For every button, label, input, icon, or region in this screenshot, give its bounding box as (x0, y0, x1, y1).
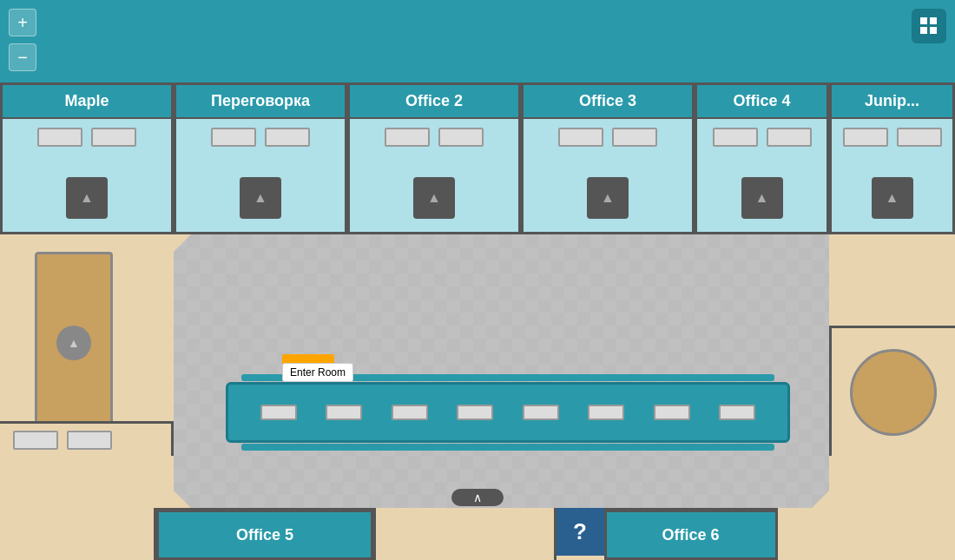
monitor (91, 128, 136, 147)
monitor (558, 128, 603, 147)
monitor (767, 128, 812, 147)
floor-area: ▲ Enter Room (0, 234, 955, 508)
table-monitor (326, 405, 362, 420)
rooms-top-row: Maple Переговорка Office 2 (0, 82, 955, 234)
table-monitor (588, 405, 624, 420)
cabinet-detail: ▲ (68, 336, 80, 350)
monitor (713, 128, 758, 147)
bottom-left-spacer (0, 508, 156, 560)
zoom-out-button[interactable]: − (9, 43, 36, 71)
monitor (843, 128, 888, 147)
office3-monitors (550, 128, 666, 147)
room-juniper[interactable]: Junip... (829, 82, 955, 234)
printer (872, 177, 913, 219)
table-monitor (523, 405, 559, 420)
printer (587, 177, 629, 219)
table-monitor (654, 405, 690, 420)
room-office2-label: Office 2 (350, 85, 518, 119)
maple-monitors (29, 128, 145, 147)
room-office3[interactable]: Office 3 (521, 82, 695, 234)
juniper-monitors (834, 128, 951, 147)
monitor (13, 431, 58, 450)
expand-icon (920, 17, 938, 35)
cabinet-icon: ▲ (56, 326, 91, 360)
expand-button[interactable] (912, 9, 946, 43)
round-table (850, 349, 937, 436)
room-office4-label: Office 4 (697, 85, 827, 119)
monitor (612, 128, 657, 147)
table-monitor (260, 405, 297, 420)
enter-room-button[interactable]: Enter Room (282, 363, 353, 382)
conference-table (226, 382, 790, 443)
room-office3-label: Office 3 (524, 85, 692, 119)
room-office6-label: Office 6 (607, 511, 775, 557)
monitor (897, 128, 942, 147)
cabinet: ▲ (35, 252, 113, 434)
room-juniper-label: Junip... (832, 85, 952, 119)
monitor (385, 128, 430, 147)
monitor (438, 128, 484, 147)
office2-monitors (376, 128, 492, 147)
printer (741, 177, 783, 219)
rooms-bottom-row: Office 5 ? Office 6 (0, 508, 955, 560)
conference-table-area (226, 382, 790, 443)
peregovorka-monitors (202, 128, 319, 147)
bottom-mid-spacer (373, 508, 557, 560)
room-peregovorka-label: Переговорка (176, 85, 345, 119)
room-office6[interactable]: Office 6 (604, 508, 778, 560)
table-monitor (392, 405, 428, 420)
table-monitor (719, 405, 755, 420)
room-peregovorka[interactable]: Переговорка (174, 82, 347, 234)
bottom-right-spacer (778, 508, 956, 560)
room-office5-label: Office 5 (159, 511, 371, 557)
left-bottom-monitors (0, 421, 174, 456)
printer (240, 177, 281, 219)
monitor (265, 128, 310, 147)
floor-pattern (174, 234, 829, 508)
room-office2[interactable]: Office 2 (347, 82, 521, 234)
monitor (37, 128, 82, 147)
lobby-area (174, 234, 829, 508)
room-office4[interactable]: Office 4 (695, 82, 829, 234)
room-office5[interactable]: Office 5 (156, 508, 373, 560)
monitor (67, 431, 112, 450)
monitor (211, 128, 256, 147)
right-partial-room (829, 326, 955, 456)
room-maple-label: Maple (3, 85, 171, 119)
toolbar: + − (0, 0, 955, 82)
floorplan: Maple Переговорка Office 2 (0, 82, 955, 560)
printer (413, 177, 455, 219)
room-maple[interactable]: Maple (0, 82, 174, 234)
scroll-up-button[interactable] (451, 489, 504, 506)
office4-monitors (704, 128, 820, 147)
zoom-in-button[interactable]: + (9, 9, 36, 36)
table-monitor (457, 405, 493, 420)
printer (66, 177, 108, 219)
question-button[interactable]: ? (557, 508, 604, 556)
